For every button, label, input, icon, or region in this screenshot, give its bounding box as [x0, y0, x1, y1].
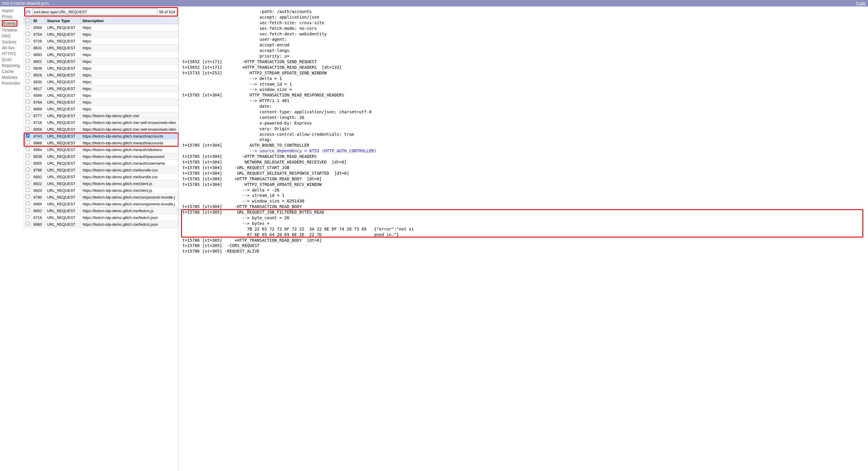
table-row[interactable]: 8754URL_REQUESThttps: [24, 31, 179, 38]
row-checkbox[interactable] [26, 188, 30, 192]
row-checkbox[interactable] [26, 127, 30, 131]
row-checkbox[interactable] [26, 59, 30, 63]
sidebar-item-sockets[interactable]: Sockets [2, 39, 22, 45]
table-row[interactable]: 8682URL_REQUESThttps://fedcm-idp-demo.gl… [24, 207, 179, 214]
table-row[interactable]: 8938URL_REQUESThttps://fedcm-idp-demo.gl… [24, 153, 179, 160]
sidebar-item-dns[interactable]: DNS [2, 33, 22, 39]
row-checkbox[interactable] [26, 113, 30, 117]
row-checkbox[interactable] [26, 73, 30, 76]
table-row[interactable]: 8869URL_REQUESThttps: [24, 106, 179, 112]
table-row[interactable]: 8777URL_REQUESThttps://fedcm-idp-demo.gl… [24, 112, 179, 119]
row-checkbox[interactable] [26, 195, 30, 199]
help-link[interactable]: (?) [26, 10, 30, 14]
table-row[interactable]: 8893URL_REQUESThttps: [24, 52, 179, 58]
row-checkbox[interactable] [26, 52, 30, 56]
sidebar-item-quic[interactable]: QUIC [2, 57, 22, 63]
cell-type: URL_REQUEST [45, 140, 81, 146]
row-checkbox[interactable] [26, 100, 30, 104]
code-link[interactable]: Code [856, 1, 866, 6]
row-checkbox[interactable] [26, 93, 30, 97]
row-checkbox[interactable] [26, 215, 30, 219]
row-checkbox[interactable] [26, 134, 30, 137]
row-checkbox[interactable] [26, 106, 30, 110]
row-checkbox[interactable] [26, 181, 30, 185]
col-desc[interactable]: Description [81, 18, 179, 24]
row-checkbox[interactable] [26, 147, 30, 151]
sidebar-item-events[interactable]: Events [2, 20, 22, 27]
col-type[interactable]: Source Type [45, 18, 81, 24]
search-input[interactable] [32, 8, 157, 15]
log-line: accept-encod [182, 42, 289, 47]
log-line: t=15785 [st=304] NETWORK_DELEGATE_HEADER… [182, 160, 346, 164]
cell-id: 8764 [32, 99, 45, 106]
row-checkbox[interactable] [26, 202, 30, 205]
table-row[interactable]: 8631URL_REQUESThttps: [24, 44, 179, 52]
table-row[interactable]: 8851URL_REQUESThttps: [24, 58, 179, 65]
row-checkbox[interactable] [26, 222, 30, 226]
log-line: vary: Origin [182, 126, 289, 131]
row-checkbox[interactable] [26, 174, 30, 178]
col-checkbox[interactable] [24, 18, 32, 24]
sidebar-item-cache[interactable]: Cache [2, 68, 22, 74]
sidebar-item-reporting[interactable]: Reporting [2, 63, 22, 68]
cell-desc: https: [81, 65, 179, 72]
table-row[interactable]: 8788URL_REQUESThttps://fedcm-idp-demo.gl… [24, 167, 179, 173]
row-checkbox[interactable] [26, 168, 30, 171]
cell-desc: https://fedcm-idp-demo.glitch.me/ [81, 112, 179, 119]
cell-type: URL_REQUEST [45, 201, 81, 207]
log-line: user-agent: [182, 37, 287, 42]
row-checkbox[interactable] [26, 39, 30, 42]
sidebar-item-proxy[interactable]: Proxy [2, 13, 22, 20]
row-checkbox[interactable] [26, 154, 30, 158]
col-id[interactable]: ID [32, 18, 45, 24]
table-row[interactable]: 8822URL_REQUESThttps://fedcm-idp-demo.gl… [24, 180, 179, 187]
select-all-checkbox[interactable] [26, 18, 30, 22]
row-checkbox[interactable] [26, 79, 30, 83]
row-checkbox[interactable] [26, 32, 30, 36]
sidebar-item-import[interactable]: Import [2, 8, 22, 13]
table-row[interactable]: 8892URL_REQUESThttps://fedcm-idp-demo.gl… [24, 173, 179, 180]
table-row[interactable]: 8716URL_REQUESThttps://fedcm-idp-demo.gl… [24, 119, 179, 126]
table-row[interactable]: 8726URL_REQUESThttps: [24, 38, 179, 44]
table-row[interactable]: 8743URL_REQUESThttps://fedcm-idp-demo.gl… [24, 133, 179, 140]
sidebar-item-modules[interactable]: Modules [2, 74, 22, 80]
table-row[interactable]: 8894URL_REQUESThttps://fedcm-idp-demo.gl… [24, 201, 179, 207]
row-checkbox[interactable] [26, 120, 30, 124]
row-checkbox[interactable] [26, 86, 30, 90]
sidebar-item-timeline[interactable]: Timeline [2, 27, 22, 33]
cell-type: URL_REQUEST [45, 194, 81, 201]
table-row[interactable]: 8617URL_REQUESThttps: [24, 85, 179, 92]
sidebar-item-http/2[interactable]: HTTP/2 [2, 51, 22, 57]
table-row[interactable]: 8920URL_REQUESThttps://fedcm-idp-demo.gl… [24, 187, 179, 194]
log-line: accept: application/json [182, 15, 319, 20]
row-checkbox[interactable] [26, 66, 30, 70]
log-line: t=15786 [st=305] +HTTP_TRANSACTION_READ_… [182, 238, 322, 243]
table-row[interactable]: 8830URL_REQUESThttps: [24, 78, 179, 85]
table-row[interactable]: 8984URL_REQUESThttps://fedcm-idp-demo.gl… [24, 146, 179, 153]
table-row[interactable]: 8958URL_REQUESThttps://fedcm-idp-demo.gl… [24, 126, 179, 133]
table-row[interactable]: 8855URL_REQUESThttps://fedcm-idp-demo.gl… [24, 160, 179, 167]
row-checkbox[interactable] [26, 161, 30, 165]
sidebar-item-alt-svc[interactable]: Alt-Svc [2, 45, 22, 51]
table-row[interactable]: 8939URL_REQUESThttps: [24, 65, 179, 72]
table-row[interactable]: 8790URL_REQUESThttps://fedcm-idp-demo.gl… [24, 194, 179, 201]
events-table-wrap[interactable]: ID Source Type Description 8568URL_REQUE… [24, 17, 179, 471]
cell-type: URL_REQUEST [45, 52, 81, 58]
cell-type: URL_REQUEST [45, 180, 81, 187]
table-row[interactable]: 8764URL_REQUESThttps: [24, 99, 179, 106]
sidebar-item-prerender[interactable]: Prerender [2, 80, 22, 86]
details-panel[interactable]: :path: /auth/accounts accept: applicatio… [179, 6, 868, 471]
cell-id: 8926 [32, 72, 45, 78]
log-line: sec-fetch-mode: no-cors [182, 26, 317, 31]
table-row[interactable]: 8926URL_REQUESThttps: [24, 72, 179, 78]
table-row[interactable]: 8968URL_REQUESThttps://fedcm-idp-demo.gl… [24, 140, 179, 146]
row-checkbox[interactable] [26, 25, 30, 29]
row-checkbox[interactable] [26, 208, 30, 212]
table-row[interactable]: 8589URL_REQUESThttps: [24, 92, 179, 99]
row-checkbox[interactable] [26, 140, 30, 144]
table-row[interactable]: 8960URL_REQUESThttps://fedcm-idp-demo.gl… [24, 221, 179, 228]
cell-id: 8718 [32, 214, 45, 221]
table-row[interactable]: 8718URL_REQUESThttps://fedcm-idp-demo.gl… [24, 214, 179, 221]
table-row[interactable]: 8568URL_REQUESThttps: [24, 24, 179, 31]
row-checkbox[interactable] [26, 45, 30, 49]
